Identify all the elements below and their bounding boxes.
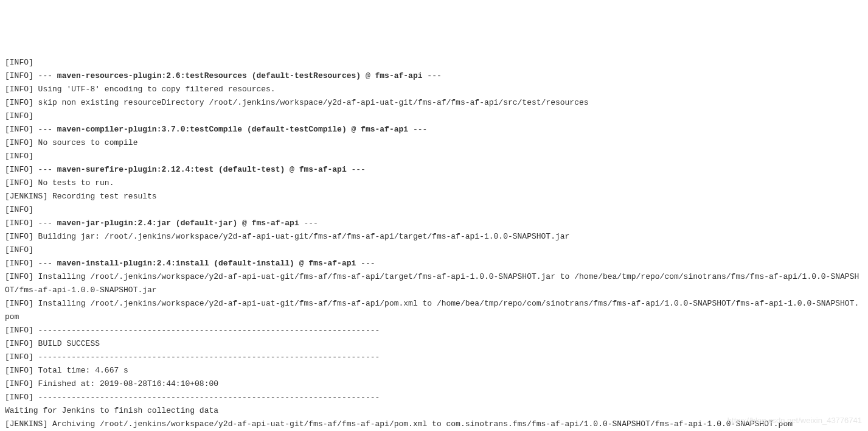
log-text: --- [38,165,57,174]
log-line: [INFO] --- maven-jar-plugin:2.4:jar (def… [5,217,863,230]
log-text: --- [299,219,318,228]
log-prefix: [INFO] [5,98,38,107]
log-text: --- [356,259,375,268]
log-text: --- [423,71,442,80]
log-text: Finished at: 2019-08-28T16:44:10+08:00 [38,379,218,388]
log-plugin-goal: maven-compiler-plugin:3.7.0:testCompile … [57,125,408,134]
log-line: [INFO] BUILD SUCCESS [5,337,863,351]
log-prefix: [INFO] [5,138,38,147]
log-plugin-goal: maven-jar-plugin:2.4:jar (default-jar) @… [57,219,299,228]
log-line: [INFO] Installing /root/.jenkins/workspa… [5,270,863,297]
log-line: [INFO] [5,203,863,217]
log-line: [INFO] --- maven-surefire-plugin:2.12.4:… [5,163,863,177]
log-text: Archiving /root/.jenkins/workspace/y2d-a… [52,419,793,429]
log-text: No sources to compile [38,138,138,147]
log-plugin-goal: maven-install-plugin:2.4:install (defaul… [57,259,356,268]
log-line: [INFO] --- maven-resources-plugin:2.6:te… [5,69,863,83]
log-line: [INFO] No tests to run. [5,177,863,190]
log-prefix: [INFO] [5,339,38,348]
log-line: Waiting for Jenkins to finish collecting… [5,404,863,418]
log-text: ----------------------------------------… [38,352,380,362]
log-text: Installing /root/.jenkins/workspace/y2d-… [5,272,859,295]
log-line: [INFO] Building jar: /root/.jenkins/work… [5,230,863,244]
log-text: Installing /root/.jenkins/workspace/y2d-… [5,299,859,321]
log-text: --- [347,165,366,174]
log-text: --- [38,259,57,268]
log-line: [INFO] [5,110,863,123]
log-text: --- [38,219,57,228]
log-text: Waiting for Jenkins to finish collecting… [5,406,218,415]
log-text: No tests to run. [38,178,114,187]
log-prefix: [INFO] [5,58,38,67]
log-prefix: [JENKINS] [5,192,52,201]
log-line: [INFO] ---------------------------------… [5,351,863,364]
log-prefix: [INFO] [5,352,38,362]
log-prefix: [INFO] [5,393,38,402]
log-line: [INFO] skip non existing resourceDirecto… [5,96,863,110]
log-text: skip non existing resourceDirectory /roo… [38,98,589,107]
log-prefix: [INFO] [5,85,38,94]
log-line: [INFO] ---------------------------------… [5,391,863,404]
log-line: [INFO] [5,244,863,257]
log-prefix: [INFO] [5,111,38,121]
log-prefix: [INFO] [5,245,38,254]
log-line: [INFO] Total time: 4.667 s [5,364,863,377]
log-plugin-goal: maven-resources-plugin:2.6:testResources… [57,71,423,80]
log-prefix: [INFO] [5,299,38,308]
log-line: [INFO] Finished at: 2019-08-28T16:44:10+… [5,377,863,391]
log-text: --- [38,71,57,80]
log-line: [INFO] Using 'UTF-8' encoding to copy fi… [5,83,863,96]
console-output: [INFO] [INFO] --- maven-resources-plugin… [5,56,863,431]
log-text: ----------------------------------------… [38,326,380,335]
log-prefix: [INFO] [5,165,38,174]
log-prefix: [INFO] [5,125,38,134]
log-text: Recording test results [52,192,157,201]
log-text: Building jar: /root/.jenkins/workspace/y… [38,232,570,241]
log-line: [INFO] ---------------------------------… [5,324,863,337]
log-line: [JENKINS] Recording test results [5,190,863,203]
log-prefix: [INFO] [5,272,38,281]
log-line: [INFO] [5,56,863,69]
log-text: --- [408,125,427,134]
log-prefix: [INFO] [5,152,38,161]
log-line: [INFO] No sources to compile [5,136,863,150]
log-prefix: [INFO] [5,219,38,228]
log-prefix: [INFO] [5,232,38,241]
log-prefix: [INFO] [5,379,38,388]
log-line: [JENKINS] Archiving /root/.jenkins/works… [5,418,863,431]
log-prefix: [INFO] [5,178,38,187]
log-text: ----------------------------------------… [38,393,380,402]
log-text: Total time: 4.667 s [38,366,128,375]
log-plugin-goal: maven-surefire-plugin:2.12.4:test (defau… [57,165,347,174]
log-prefix: [INFO] [5,326,38,335]
log-prefix: [INFO] [5,205,38,214]
log-text: BUILD SUCCESS [38,339,100,348]
log-text: --- [38,125,57,134]
log-prefix: [INFO] [5,259,38,268]
log-line: [INFO] Installing /root/.jenkins/workspa… [5,297,863,324]
log-text: Using 'UTF-8' encoding to copy filtered … [38,85,276,94]
log-prefix: [INFO] [5,71,38,80]
log-line: [INFO] --- maven-install-plugin:2.4:inst… [5,257,863,270]
log-line: [INFO] [5,150,863,163]
log-prefix: [JENKINS] [5,419,52,429]
log-line: [INFO] --- maven-compiler-plugin:3.7.0:t… [5,123,863,136]
log-prefix: [INFO] [5,366,38,375]
